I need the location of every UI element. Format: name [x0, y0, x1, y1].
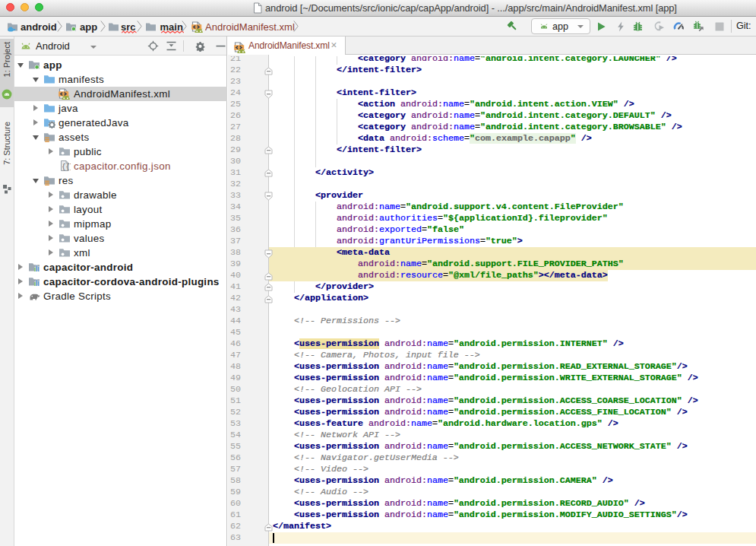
svg-text:{{}}: {{}} — [62, 163, 71, 171]
